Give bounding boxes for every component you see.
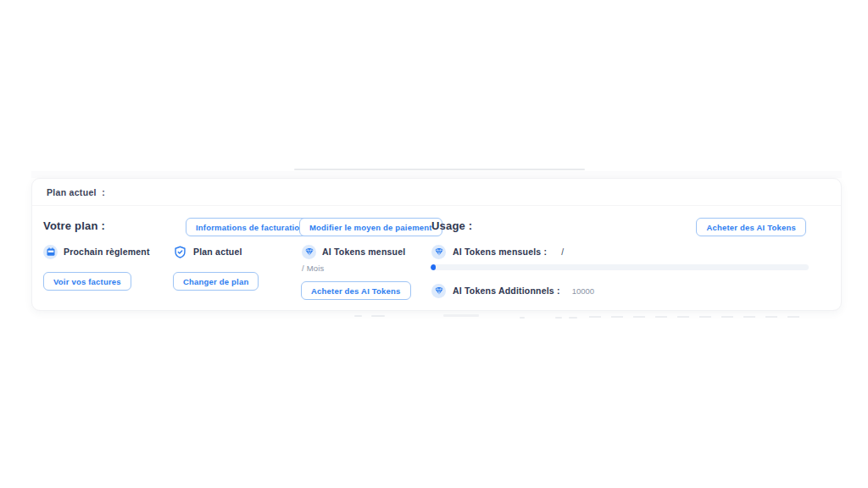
ghost-artifact <box>555 317 562 319</box>
billing-page: Plan actuel : Votre plan : Informations … <box>0 0 868 488</box>
ghost-artifact <box>354 315 362 317</box>
monthly-tokens-item: AI Tokens mensuel <box>302 244 405 259</box>
your-plan-title: Votre plan : <box>43 219 105 232</box>
monthly-tokens-usage-label: AI Tokens mensuels : <box>453 247 547 257</box>
additional-tokens-label: AI Tokens Additionnels : <box>453 286 560 296</box>
additional-tokens-row: AI Tokens Additionnels : 10000 <box>431 283 594 298</box>
tokens-progress-fill <box>431 264 436 270</box>
plan-card: Plan actuel : Votre plan : Informations … <box>31 178 842 311</box>
change-plan-button[interactable]: Changer de plan <box>173 272 259 291</box>
buy-tokens-button-right[interactable]: Acheter des AI Tokens <box>696 218 806 236</box>
plan-card-header: Plan actuel : <box>32 179 841 206</box>
payment-method-button[interactable]: Modifier le moyen de paiement <box>299 218 442 236</box>
current-plan-label: Plan actuel <box>193 247 242 257</box>
ghost-band <box>31 171 842 178</box>
ghost-artifact <box>569 317 577 319</box>
next-payment-item: Prochain règlement <box>43 244 150 259</box>
current-plan-header-label: Plan actuel : <box>47 187 105 197</box>
ghost-artifact <box>520 317 525 319</box>
gem-icon <box>431 284 446 298</box>
monthly-tokens-label: AI Tokens mensuel <box>322 247 405 257</box>
per-month-label: / Mois <box>302 263 325 273</box>
tokens-progress-bar <box>431 264 809 270</box>
monthly-tokens-usage-row: AI Tokens mensuels : / <box>431 244 564 259</box>
monthly-tokens-usage-value: / <box>561 247 564 257</box>
calendar-icon <box>43 245 58 259</box>
ghost-artifact <box>371 315 385 317</box>
view-invoices-button[interactable]: Voir vos factures <box>43 272 131 291</box>
gem-icon <box>302 245 316 259</box>
ghost-artifact-row <box>589 316 806 318</box>
ghost-artifact <box>443 314 479 317</box>
billing-info-button[interactable]: Informations de facturation <box>186 218 314 236</box>
gem-icon <box>431 245 446 259</box>
current-plan-item: Plan actuel <box>173 244 242 259</box>
buy-tokens-button-left[interactable]: Acheter des AI Tokens <box>301 281 411 300</box>
next-payment-label: Prochain règlement <box>64 247 150 257</box>
shield-check-icon <box>173 245 187 259</box>
ghost-divider-line <box>294 169 585 170</box>
usage-title: Usage : <box>431 219 472 232</box>
additional-tokens-value: 10000 <box>572 286 594 296</box>
